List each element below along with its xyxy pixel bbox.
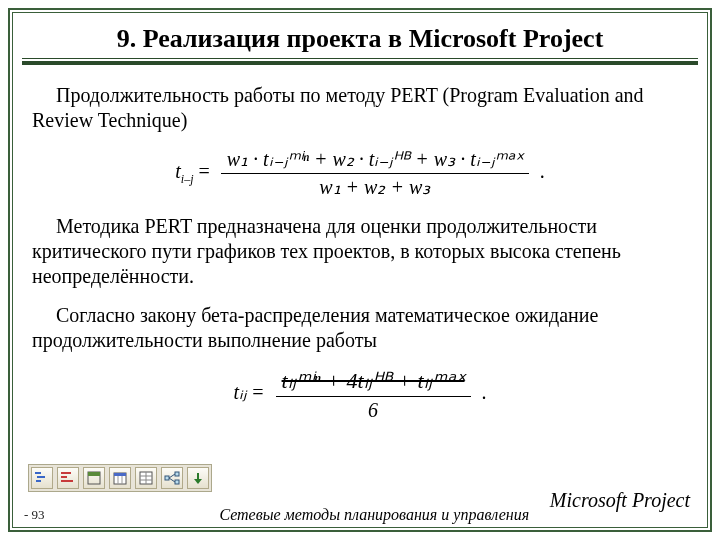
tracking-icon[interactable] [57,467,79,489]
svg-rect-5 [61,480,73,482]
svg-rect-1 [37,476,45,478]
svg-rect-17 [175,472,179,476]
view-toolbar [28,464,212,492]
svg-rect-18 [175,480,179,484]
gantt-icon[interactable] [31,467,53,489]
svg-rect-0 [35,472,41,474]
svg-rect-16 [165,476,169,480]
svg-rect-7 [88,472,100,476]
svg-marker-22 [194,479,202,484]
more-icon[interactable] [187,467,209,489]
calendar-icon[interactable] [109,467,131,489]
svg-line-19 [169,474,175,478]
svg-rect-4 [61,476,67,478]
table-icon[interactable] [135,467,157,489]
page-number: - 93 [16,507,45,523]
footer-brand: Microsoft Project [550,489,704,512]
svg-rect-2 [36,480,41,482]
svg-rect-9 [114,473,126,476]
resource-icon[interactable] [83,467,105,489]
network-icon[interactable] [161,467,183,489]
svg-line-20 [169,478,175,482]
svg-rect-3 [61,472,71,474]
inner-border [12,12,708,528]
